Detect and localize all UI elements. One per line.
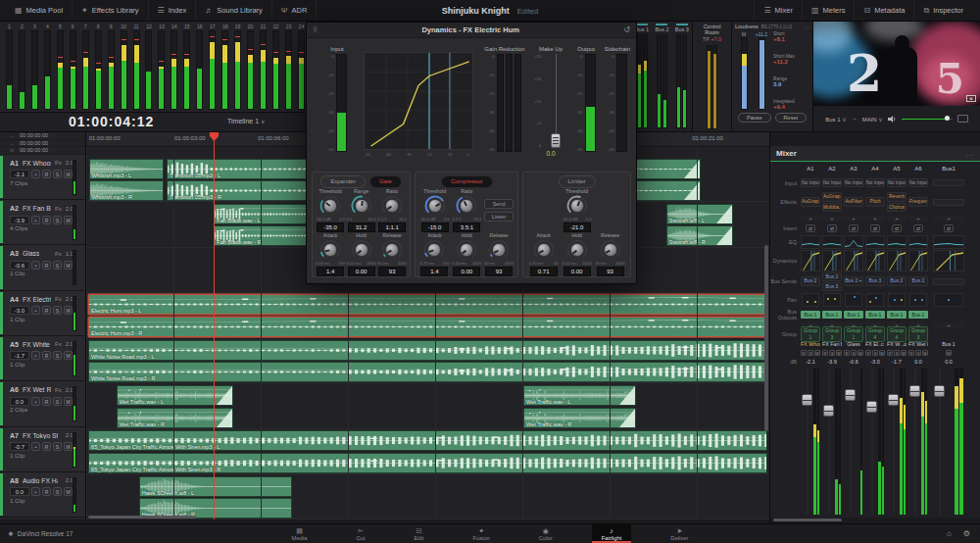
eq-thumbnail[interactable]	[908, 235, 928, 249]
mute-button[interactable]: M	[879, 350, 885, 356]
knob-threshold[interactable]: Threshold-50.0 dB0.0-15.0	[419, 188, 450, 232]
pause-button[interactable]: Pause	[738, 113, 771, 123]
eq-thumbnail[interactable]	[865, 235, 885, 249]
insert-button[interactable]: ⇄	[892, 224, 902, 232]
solo-button[interactable]: S	[53, 397, 62, 406]
mute-button[interactable]: M	[64, 261, 73, 270]
knob-value[interactable]: 0.00	[564, 267, 591, 276]
input-slot[interactable]: No Input	[908, 178, 928, 188]
track-fx-badge[interactable]: Fx	[55, 160, 62, 166]
solo-button[interactable]: S	[894, 350, 900, 356]
audio-clip[interactable]: Swoosh.aiff - R	[666, 225, 733, 246]
audio-clip[interactable]: Whoosh.mp3 - L	[89, 159, 165, 179]
eq-thumbnail[interactable]	[887, 235, 906, 249]
knob-release[interactable]: Release30 ms400093	[595, 232, 625, 276]
effect-slot[interactable]: Frequen...	[908, 197, 928, 207]
track-volume-value[interactable]: 0.0	[10, 397, 29, 406]
video-preview[interactable]: 2 5 ⧉	[813, 22, 980, 106]
input-slot[interactable]: No Input	[801, 178, 820, 188]
toolbar-button-media-pool[interactable]: ▦Media Pool	[6, 0, 73, 21]
solo-button[interactable]: S	[53, 170, 62, 178]
lock-button[interactable]: •	[31, 487, 40, 496]
tab-expander[interactable]: Expander	[320, 175, 366, 188]
range-timecode-value[interactable]: 00:00:00:00	[20, 140, 48, 146]
add-slot-button[interactable]: +	[865, 216, 885, 222]
knob-ratio[interactable]: Ratio1.2:120:13.5:1	[452, 188, 482, 232]
effect-slot[interactable]	[933, 199, 964, 206]
audio-clip[interactable]: Swoosh.aiff - L	[666, 204, 733, 224]
mute-button[interactable]: M	[64, 487, 73, 496]
dynamics-thumbnail[interactable]	[844, 250, 863, 272]
add-slot-button[interactable]: +	[822, 216, 842, 222]
bus-output-button[interactable]: Bus 1	[822, 311, 842, 319]
loudness-menu-icon[interactable]: ...	[806, 24, 809, 29]
audio-clip[interactable]: Wet Traffic.wav - L	[523, 385, 636, 406]
solo-button[interactable]: S	[53, 261, 62, 270]
knob-attack[interactable]: Attack0.70 ms1001.4	[419, 232, 450, 276]
send-button[interactable]: Send	[484, 199, 514, 209]
insert-button[interactable]: ⇄	[849, 224, 858, 232]
audio-clip[interactable]: Wet Traffic.wav - R	[117, 408, 233, 428]
mute-button[interactable]: M	[814, 350, 820, 356]
solo-button[interactable]: S	[851, 350, 857, 356]
fader-handle[interactable]	[823, 405, 834, 417]
knob-ratio[interactable]: Ratio1.1:115.01:1.1	[377, 188, 408, 232]
eq-thumbnail[interactable]	[844, 235, 863, 249]
record-arm-button[interactable]: R	[42, 216, 51, 224]
page-tab-media[interactable]: ▤Media	[282, 524, 318, 543]
mute-button[interactable]: M	[858, 350, 863, 356]
mixer-hscrollbar[interactable]	[773, 518, 842, 521]
reset-icon[interactable]: ↺	[623, 25, 630, 34]
lock-button[interactable]: •	[31, 170, 40, 178]
toolbar-button-adr[interactable]: ΨADR	[272, 0, 318, 21]
timeline-selector[interactable]: Timeline 1 ∨	[227, 118, 265, 124]
mute-button[interactable]: M	[946, 350, 952, 356]
solo-button[interactable]: S	[53, 216, 62, 224]
dynamics-thumbnail[interactable]	[933, 250, 964, 272]
track-header-a6[interactable]: A6FX Wet RoadFx2.00.0•RSM2 Clips	[0, 381, 85, 426]
knob-threshold[interactable]: Threshold-50.0 dB0.0-35.0	[316, 188, 346, 232]
toolbar-button-metadata[interactable]: ⊟Metadata	[854, 0, 913, 21]
knob-value[interactable]: 93	[597, 267, 624, 276]
mute-button[interactable]: M	[901, 350, 906, 356]
tab-limiter[interactable]: Limiter	[559, 175, 596, 188]
record-arm-button[interactable]: R	[42, 306, 51, 315]
record-arm-button[interactable]: R	[42, 351, 51, 360]
track-header-a8[interactable]: A8Audio FX Hawk Sc...2.00.0•RSM1 Clip	[0, 472, 85, 518]
track-fx-badge[interactable]: Fx	[55, 296, 62, 302]
audio-clip[interactable]: White Noise Road.mp3 - R	[88, 362, 767, 382]
dynamics-thumbnail[interactable]	[801, 250, 820, 272]
add-slot-button[interactable]: +	[933, 216, 964, 222]
track-volume-value[interactable]: -3.9	[10, 216, 29, 224]
track-header-a4[interactable]: A4FX Electric HumFx2.0-3.0•RSM1 Clip	[0, 291, 85, 336]
audio-clip[interactable]: Electric Hum.mp3 - R	[88, 317, 767, 337]
lock-button[interactable]: •	[31, 306, 40, 315]
pan-control[interactable]	[866, 293, 884, 307]
insert-button[interactable]: ⇄	[913, 224, 923, 232]
track-header-a3[interactable]: A3GlassFx1.0-0.6•RSM1 Clip	[0, 245, 85, 290]
track-volume-value[interactable]: -2.1	[10, 170, 29, 178]
listen-button[interactable]: Listen	[484, 212, 514, 222]
record-arm-button[interactable]: R	[42, 397, 51, 406]
page-tab-fairlight[interactable]: ♪Fairlight	[592, 524, 632, 543]
dialog-titlebar[interactable]: ⠿ Dynamics - FX Electric Hum ↺	[307, 23, 636, 38]
lock-button[interactable]: •	[31, 261, 40, 270]
mute-button[interactable]: M	[64, 351, 73, 360]
input-slot[interactable]: No Input	[887, 178, 906, 188]
bus-send-slot[interactable]: Bus 2	[887, 276, 906, 286]
bus-send-slot[interactable]: Bus 2	[801, 276, 820, 286]
solo-button[interactable]: S	[53, 351, 62, 360]
audio-clip[interactable]: White Noise Road.mp3 - L	[88, 340, 767, 361]
eq-thumbnail[interactable]	[933, 235, 964, 249]
page-tab-color[interactable]: ◉Color	[529, 524, 563, 543]
fader-handle[interactable]	[909, 385, 920, 397]
bus-send-slot[interactable]: Bus 2	[908, 276, 928, 286]
record-arm-button[interactable]: R	[865, 350, 871, 356]
track-volume-value[interactable]: -3.0	[10, 306, 29, 315]
add-slot-button[interactable]: +	[801, 216, 820, 222]
eq-thumbnail[interactable]	[801, 235, 820, 249]
track-fx-badge[interactable]: Fx	[55, 251, 62, 257]
effect-slot[interactable]: Reverb	[887, 192, 906, 202]
bus-output-button[interactable]: Bus 1	[865, 311, 885, 319]
monitor-out-select[interactable]: MAIN ∨	[862, 116, 883, 123]
